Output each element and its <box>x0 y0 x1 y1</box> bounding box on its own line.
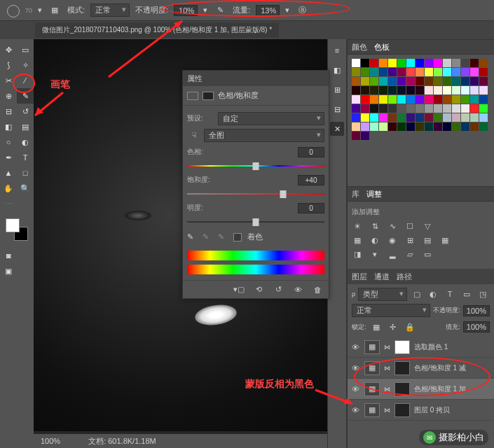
filter-img-icon[interactable]: ▢ <box>410 287 424 301</box>
swatch[interactable] <box>434 77 442 85</box>
reset-icon[interactable]: ↺ <box>271 283 285 297</box>
layer-mask-thumb[interactable] <box>394 382 410 396</box>
swatch[interactable] <box>425 104 433 113</box>
adj-channel-mixer-icon[interactable]: ⊞ <box>404 235 416 245</box>
blur-tool[interactable]: ○ <box>0 134 17 150</box>
clip-to-layer-icon[interactable]: ▾▢ <box>232 283 246 297</box>
swatch[interactable] <box>397 113 406 122</box>
swatch[interactable] <box>379 77 387 85</box>
swatch[interactable] <box>452 95 460 104</box>
swatch[interactable] <box>352 86 360 94</box>
brush-panel-icon[interactable]: ▦ <box>48 4 62 18</box>
lightness-slider[interactable] <box>187 216 324 227</box>
colorize-checkbox[interactable] <box>233 233 242 241</box>
adj-selective-icon[interactable]: ▱ <box>404 249 416 259</box>
swatch[interactable] <box>352 113 360 122</box>
swatch[interactable] <box>397 104 406 113</box>
lightness-value[interactable]: 0 <box>298 203 324 214</box>
fg-bg-colors[interactable] <box>3 216 31 244</box>
panel-icon-2[interactable]: ◧ <box>330 63 344 77</box>
swatch[interactable] <box>470 59 479 67</box>
swatch[interactable] <box>361 104 369 113</box>
swatch[interactable] <box>388 113 397 122</box>
swatch[interactable] <box>361 122 369 131</box>
swatch[interactable] <box>370 68 378 76</box>
adjustments-tab[interactable]: 调整 <box>366 189 382 200</box>
swatch[interactable] <box>352 104 360 113</box>
adj-more-icon[interactable]: ▦ <box>439 235 451 245</box>
swatch[interactable] <box>416 68 424 76</box>
swatch[interactable] <box>479 122 488 131</box>
eyedropper-minus-icon[interactable]: ✎ <box>218 232 228 242</box>
layer-link-icon[interactable]: ⋈ <box>384 386 390 393</box>
swatch[interactable] <box>470 104 479 113</box>
swatch[interactable] <box>425 95 433 104</box>
adj-photo-filter-icon[interactable]: ◉ <box>387 235 398 245</box>
color-range-dropdown[interactable]: 全图 <box>204 129 324 142</box>
swatch[interactable] <box>479 77 488 85</box>
swatch[interactable] <box>461 86 469 94</box>
swatch[interactable] <box>397 86 406 94</box>
swatch[interactable] <box>452 68 460 76</box>
swatch[interactable] <box>406 104 415 113</box>
lock-pixels-icon[interactable]: ▦ <box>369 320 383 334</box>
layer-row[interactable]: 👁 ▦ ⋈ 图层 0 拷贝 <box>348 400 494 421</box>
swatch[interactable] <box>425 68 433 76</box>
swatch[interactable] <box>370 59 378 67</box>
swatch[interactable] <box>425 122 433 131</box>
swatch[interactable] <box>370 122 378 131</box>
airbrush-icon[interactable]: ⓐ <box>295 4 309 18</box>
swatch[interactable] <box>443 104 451 113</box>
swatch[interactable] <box>416 113 424 122</box>
swatch[interactable] <box>470 113 479 122</box>
layer-adj-icon[interactable]: ▦ <box>364 403 380 417</box>
layer-row[interactable]: 👁 ▦ ⋈ 色相/饱和度 1 减 <box>348 358 494 379</box>
swatch[interactable] <box>443 86 451 94</box>
pen-tool[interactable]: ✒ <box>0 150 17 165</box>
swatch[interactable] <box>352 68 360 76</box>
swatch[interactable] <box>434 59 442 67</box>
adj-vibrance-icon[interactable]: ▽ <box>422 221 433 231</box>
layer-link-icon[interactable]: ⋈ <box>384 365 390 372</box>
adj-curves-icon[interactable]: ∿ <box>387 221 398 231</box>
swatch[interactable] <box>461 68 469 76</box>
swatch[interactable] <box>352 77 360 85</box>
swatch[interactable] <box>434 113 442 122</box>
swatch[interactable] <box>397 95 406 104</box>
move-tool[interactable]: ✥ <box>0 42 17 57</box>
swatch[interactable] <box>361 86 369 94</box>
layer-row[interactable]: 👁 ▦ ⋈ 色相/饱和度 1 加 <box>348 379 494 400</box>
swatch[interactable] <box>434 122 442 131</box>
swatch[interactable] <box>479 86 488 94</box>
lock-all-icon[interactable]: 🔒 <box>403 320 417 334</box>
swatch[interactable] <box>352 95 360 104</box>
brush-preview-icon[interactable] <box>6 4 20 18</box>
screenmode-icon[interactable]: ▣ <box>0 263 17 279</box>
filter-shape-icon[interactable]: ▭ <box>460 287 474 301</box>
swatch[interactable] <box>425 59 433 67</box>
prev-state-icon[interactable]: ⟲ <box>252 283 266 297</box>
swatch[interactable] <box>397 122 406 131</box>
type-tool[interactable]: T <box>17 150 34 165</box>
swatch[interactable] <box>379 113 387 122</box>
swatch[interactable] <box>470 122 479 131</box>
filter-smart-icon[interactable]: ◳ <box>476 287 490 301</box>
swatch[interactable] <box>352 59 360 67</box>
layer-adj-icon[interactable]: ▦ <box>364 361 380 375</box>
lock-position-icon[interactable]: ✢ <box>386 320 400 334</box>
layer-link-icon[interactable]: ⋈ <box>384 407 390 414</box>
layer-row[interactable]: 👁 ▦ ⋈ 选取颜色 1 <box>348 337 494 358</box>
swatch[interactable] <box>452 86 460 94</box>
swatch[interactable] <box>361 132 369 140</box>
layer-mask-thumb[interactable] <box>394 403 410 417</box>
swatch[interactable] <box>470 77 479 85</box>
path-select-tool[interactable]: ▲ <box>0 165 17 181</box>
swatch[interactable] <box>361 77 369 85</box>
layer-visibility-icon[interactable]: 👁 <box>350 343 360 351</box>
pressure-opacity-icon[interactable]: ✎ <box>213 4 227 18</box>
swatch[interactable] <box>388 104 397 113</box>
adj-brightness-icon[interactable]: ☀ <box>352 221 363 231</box>
swatch[interactable] <box>425 86 433 94</box>
swatch[interactable] <box>434 95 442 104</box>
dodge-tool[interactable]: ◐ <box>17 134 34 150</box>
